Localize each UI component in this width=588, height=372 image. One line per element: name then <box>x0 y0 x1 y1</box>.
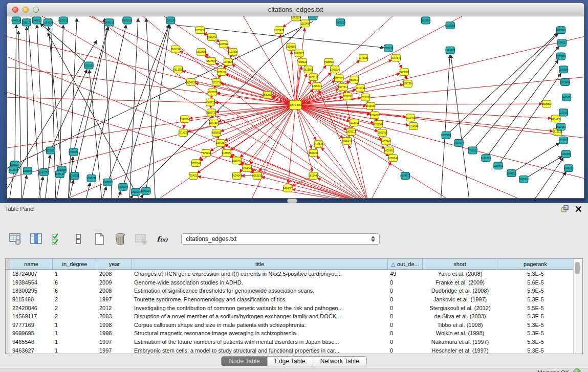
graph-node[interactable]: 1087337 <box>215 139 226 146</box>
graph-node[interactable]: 9141214 <box>481 155 491 162</box>
graph-node[interactable]: 9218586 <box>445 22 455 29</box>
graph-node[interactable]: 7505833 <box>324 58 334 65</box>
graph-node[interactable]: 1445451 <box>561 94 572 101</box>
table-selector-dropdown[interactable]: citations_edges.txt <box>181 233 380 245</box>
graph-node[interactable]: 7857224 <box>336 19 346 26</box>
graph-node[interactable]: 1595811 <box>542 100 552 107</box>
table-row[interactable]: 1830029562008Estimation of significance … <box>6 287 574 295</box>
graph-node[interactable]: 9342757 <box>39 169 49 176</box>
graph-node[interactable]: 7485083 <box>399 69 409 76</box>
table-row[interactable]: 1938455462009Genome-wide association stu… <box>6 278 574 287</box>
new-file-icon[interactable] <box>92 232 106 246</box>
column-header-outde[interactable]: △out_de... <box>388 259 423 270</box>
graph-node[interactable]: 1654339 <box>43 19 53 26</box>
graph-node[interactable]: 1221451 <box>558 109 569 116</box>
graph-node[interactable]: 1094491 <box>493 162 504 169</box>
graph-node[interactable]: 1156829 <box>23 167 32 174</box>
graph-node[interactable]: 1822605 <box>196 48 206 55</box>
graph-node[interactable]: 1830029 <box>263 91 273 98</box>
graph-node[interactable]: 1654338 <box>186 79 196 86</box>
graph-node[interactable]: 8127508 <box>228 48 238 55</box>
graph-node[interactable]: 1077834 <box>209 119 219 126</box>
graph-node[interactable]: 1210345 <box>561 150 571 158</box>
column-header-short[interactable]: short <box>423 259 497 270</box>
graph-node[interactable]: 1057943 <box>381 138 391 145</box>
table-row[interactable]: 977716911998Corpus callosum shape and si… <box>6 321 574 330</box>
zoom-window-button[interactable] <box>33 7 39 13</box>
graph-node[interactable]: 1227620 <box>219 40 229 48</box>
graph-node[interactable]: 8163104 <box>291 16 301 21</box>
graph-node[interactable]: 1277418 <box>556 53 566 60</box>
select-rows-icon[interactable] <box>50 232 64 246</box>
graph-node[interactable]: 8914377 <box>400 172 410 180</box>
graph-node[interactable]: 9505143 <box>342 137 353 144</box>
graph-node[interactable]: 9064043 <box>242 165 252 172</box>
graph-node[interactable]: 1045312 <box>519 176 529 183</box>
function-builder-icon[interactable]: f(x) <box>155 232 169 246</box>
graph-node[interactable]: 9505135 <box>122 17 133 24</box>
graph-node[interactable]: 1877516 <box>403 80 413 87</box>
delete-table-icon[interactable] <box>113 232 127 246</box>
graph-node[interactable]: 1115498 <box>300 20 310 27</box>
graph-node[interactable]: 1613442 <box>309 172 319 180</box>
graph-node[interactable]: 9827503 <box>206 57 216 64</box>
graph-node[interactable]: 8163103 <box>252 172 263 180</box>
memory-status-indicator[interactable] <box>573 368 581 372</box>
graph-node[interactable]: 3913511 <box>8 166 18 173</box>
close-window-button[interactable] <box>12 7 18 13</box>
graph-node[interactable]: 1014549 <box>408 123 419 130</box>
graph-node[interactable]: 6791917 <box>468 147 478 154</box>
minimize-window-button[interactable] <box>23 7 29 13</box>
graph-node[interactable]: 7634043 <box>232 172 242 180</box>
rows-icon[interactable] <box>71 232 85 246</box>
graph-node[interactable]: 1414545 <box>314 140 324 147</box>
graph-node[interactable]: 1245036 <box>330 66 340 73</box>
graph-node[interactable]: 1678275 <box>118 183 128 190</box>
graph-node[interactable]: 1021012 <box>343 93 353 100</box>
graph-node[interactable]: 1610162 <box>365 102 376 110</box>
tab-network-table[interactable]: Network Table <box>313 357 366 366</box>
graph-node[interactable]: 1321061 <box>360 94 371 101</box>
graph-node[interactable]: 1601212 <box>346 128 357 136</box>
graph-node[interactable]: 1695810 <box>103 179 113 186</box>
graph-node[interactable]: 1077512 <box>338 84 349 91</box>
graph-node[interactable]: 1010742 <box>355 84 365 92</box>
graph-node[interactable]: 9097603 <box>556 27 566 34</box>
graph-node[interactable]: 1805756 <box>377 129 387 137</box>
tab-node-table[interactable]: Node Table <box>222 357 267 366</box>
graph-node[interactable]: 2275182 <box>195 27 205 34</box>
graph-node[interactable]: 9245012 <box>563 165 574 172</box>
scrollbar-thumb[interactable] <box>575 262 580 274</box>
graph-node[interactable]: 9424502 <box>283 185 293 192</box>
table-vertical-scrollbar[interactable] <box>573 259 582 354</box>
graph-node[interactable]: 3051714 <box>211 79 222 86</box>
float-panel-icon[interactable] <box>560 205 570 213</box>
graph-node[interactable]: 1145354 <box>559 66 569 73</box>
graph-node[interactable]: 9057504 <box>373 121 383 128</box>
graph-node[interactable]: 8601128 <box>171 46 181 53</box>
tab-edge-table[interactable]: Edge Table <box>267 357 313 366</box>
graph-node[interactable]: 9777121 <box>334 75 344 82</box>
graph-node[interactable]: 9708343 <box>191 160 201 167</box>
graph-node[interactable]: 8135034 <box>222 149 232 157</box>
graph-node[interactable]: 1145194 <box>55 171 64 178</box>
graph-node[interactable]: 9135012 <box>58 17 69 24</box>
graph-node[interactable]: 1735992 <box>69 148 79 156</box>
graph-node[interactable]: 1696101 <box>286 43 296 50</box>
graph-node[interactable]: 1649101 <box>104 19 115 26</box>
graph-node[interactable]: 8912955 <box>173 66 183 73</box>
table-settings-icon[interactable] <box>8 232 23 246</box>
graph-node[interactable]: 9115460 <box>405 114 415 121</box>
graph-node[interactable]: 7958122 <box>297 58 308 65</box>
table-row[interactable]: 969969511998Structural magnetic resonanc… <box>6 329 574 338</box>
graph-node[interactable]: 1625151 <box>309 74 319 81</box>
graph-node[interactable]: 1125439 <box>274 27 284 34</box>
column-header-year[interactable]: year <box>97 259 132 270</box>
graph-node[interactable]: 1872400 <box>290 100 302 110</box>
table-row[interactable]: 911546021997Tourette syndrome. Phenomeno… <box>6 295 574 304</box>
column-header-indegree[interactable]: in_degree <box>53 259 97 270</box>
graph-node[interactable]: 7125242 <box>201 149 211 157</box>
graph-node[interactable]: 1721611 <box>559 137 569 144</box>
graph-node[interactable]: 1735122 <box>383 45 394 52</box>
graph-node[interactable]: 9086712 <box>205 99 215 106</box>
